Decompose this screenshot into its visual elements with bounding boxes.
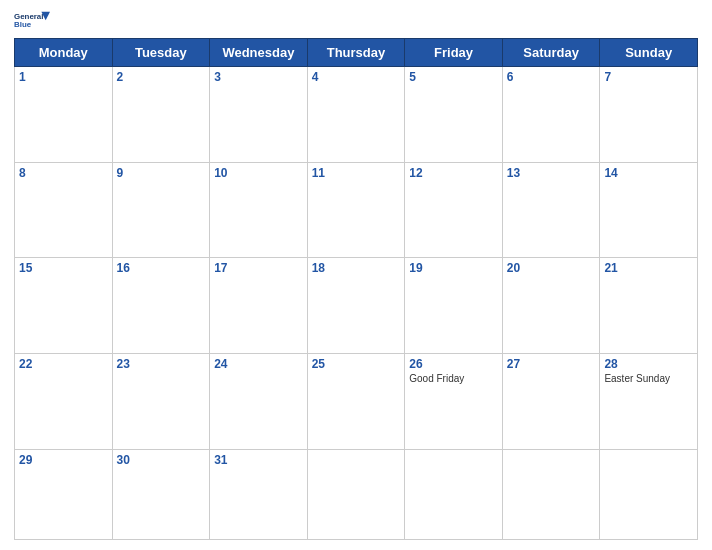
weekday-header-wednesday: Wednesday <box>210 39 308 67</box>
day-number: 10 <box>214 166 303 180</box>
calendar-cell <box>307 449 405 539</box>
day-number: 28 <box>604 357 693 371</box>
day-number: 2 <box>117 70 206 84</box>
day-number: 17 <box>214 261 303 275</box>
day-number: 14 <box>604 166 693 180</box>
week-row-1: 1234567 <box>15 67 698 163</box>
calendar-table: MondayTuesdayWednesdayThursdayFridaySatu… <box>14 38 698 540</box>
weekday-header-thursday: Thursday <box>307 39 405 67</box>
calendar-cell: 26Good Friday <box>405 353 503 449</box>
event-label: Easter Sunday <box>604 373 693 384</box>
day-number: 23 <box>117 357 206 371</box>
weekday-header-sunday: Sunday <box>600 39 698 67</box>
calendar-cell <box>405 449 503 539</box>
day-number: 8 <box>19 166 108 180</box>
logo: General Blue <box>14 10 50 32</box>
calendar-cell: 28Easter Sunday <box>600 353 698 449</box>
day-number: 9 <box>117 166 206 180</box>
event-label: Good Friday <box>409 373 498 384</box>
day-number: 27 <box>507 357 596 371</box>
day-number: 13 <box>507 166 596 180</box>
day-number: 25 <box>312 357 401 371</box>
logo-icon: General Blue <box>14 10 50 32</box>
calendar-cell: 9 <box>112 162 210 258</box>
calendar-cell: 6 <box>502 67 600 163</box>
calendar-cell: 4 <box>307 67 405 163</box>
calendar-cell: 8 <box>15 162 113 258</box>
day-number: 6 <box>507 70 596 84</box>
week-row-5: 293031 <box>15 449 698 539</box>
calendar-cell: 23 <box>112 353 210 449</box>
weekday-header-tuesday: Tuesday <box>112 39 210 67</box>
calendar-cell: 15 <box>15 258 113 354</box>
calendar-cell: 3 <box>210 67 308 163</box>
calendar-cell: 20 <box>502 258 600 354</box>
calendar-cell: 10 <box>210 162 308 258</box>
calendar-cell <box>600 449 698 539</box>
day-number: 7 <box>604 70 693 84</box>
weekday-header-monday: Monday <box>15 39 113 67</box>
day-number: 3 <box>214 70 303 84</box>
calendar-cell: 25 <box>307 353 405 449</box>
day-number: 22 <box>19 357 108 371</box>
calendar-cell: 17 <box>210 258 308 354</box>
calendar-cell: 13 <box>502 162 600 258</box>
calendar-cell: 12 <box>405 162 503 258</box>
day-number: 19 <box>409 261 498 275</box>
day-number: 4 <box>312 70 401 84</box>
day-number: 11 <box>312 166 401 180</box>
day-number: 21 <box>604 261 693 275</box>
calendar-cell: 5 <box>405 67 503 163</box>
calendar-cell: 7 <box>600 67 698 163</box>
svg-text:General: General <box>14 12 43 21</box>
day-number: 29 <box>19 453 108 467</box>
day-number: 1 <box>19 70 108 84</box>
day-number: 30 <box>117 453 206 467</box>
calendar-cell: 1 <box>15 67 113 163</box>
calendar-cell: 30 <box>112 449 210 539</box>
calendar-cell: 29 <box>15 449 113 539</box>
calendar-cell: 2 <box>112 67 210 163</box>
calendar-cell: 14 <box>600 162 698 258</box>
week-row-2: 891011121314 <box>15 162 698 258</box>
calendar-cell: 21 <box>600 258 698 354</box>
day-number: 20 <box>507 261 596 275</box>
calendar-cell <box>502 449 600 539</box>
week-row-4: 2223242526Good Friday2728Easter Sunday <box>15 353 698 449</box>
calendar-page: General Blue MondayTuesdayWednesdayThurs… <box>0 0 712 550</box>
weekday-header-friday: Friday <box>405 39 503 67</box>
day-number: 16 <box>117 261 206 275</box>
day-number: 26 <box>409 357 498 371</box>
day-number: 5 <box>409 70 498 84</box>
calendar-cell: 24 <box>210 353 308 449</box>
calendar-cell: 22 <box>15 353 113 449</box>
day-number: 18 <box>312 261 401 275</box>
svg-text:Blue: Blue <box>14 20 32 29</box>
week-row-3: 15161718192021 <box>15 258 698 354</box>
weekday-header-row: MondayTuesdayWednesdayThursdayFridaySatu… <box>15 39 698 67</box>
calendar-cell: 11 <box>307 162 405 258</box>
calendar-cell: 27 <box>502 353 600 449</box>
day-number: 12 <box>409 166 498 180</box>
calendar-header: General Blue <box>14 10 698 32</box>
calendar-cell: 31 <box>210 449 308 539</box>
day-number: 15 <box>19 261 108 275</box>
calendar-cell: 16 <box>112 258 210 354</box>
calendar-cell: 18 <box>307 258 405 354</box>
calendar-cell: 19 <box>405 258 503 354</box>
weekday-header-saturday: Saturday <box>502 39 600 67</box>
day-number: 31 <box>214 453 303 467</box>
day-number: 24 <box>214 357 303 371</box>
